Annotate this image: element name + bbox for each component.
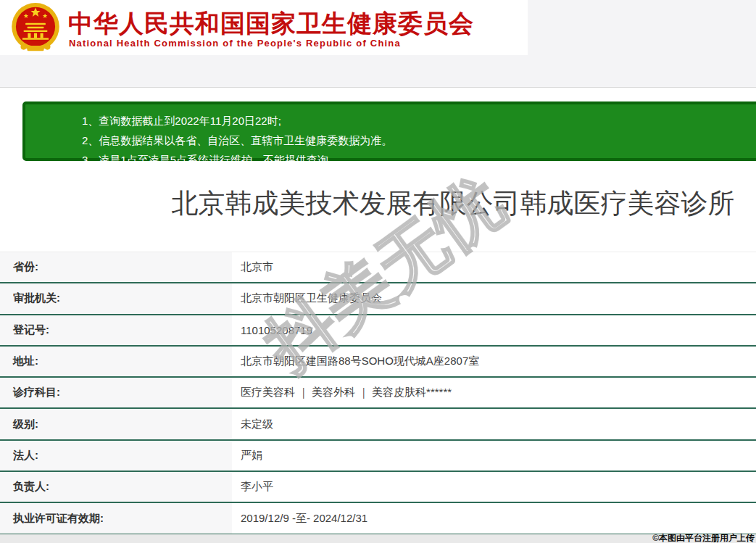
- site-title-chinese: 中华人民共和国国家卫生健康委员会: [68, 7, 474, 41]
- site-header: 中华人民共和国国家卫生健康委员会 National Health Commiss…: [0, 0, 528, 55]
- field-value: 北京市朝阳区建国路88号SOHO现代城A座2807室: [232, 347, 756, 376]
- table-row-person-in-charge: 负责人: 李小平: [0, 472, 756, 503]
- bottom-strip: ©本图由平台注册用户上传: [0, 534, 756, 543]
- national-emblem-icon: [6, 0, 65, 59]
- page: 中华人民共和国国家卫生健康委员会 National Health Commiss…: [0, 0, 756, 543]
- field-label: 执业许可证有效期:: [0, 503, 232, 533]
- table-row-approval-authority: 审批机关: 北京市朝阳区卫生健康委员会: [0, 283, 756, 315]
- field-label: 负责人:: [0, 472, 232, 502]
- field-label: 法人:: [0, 441, 232, 471]
- field-value: 严娟: [232, 441, 756, 471]
- table-row-registration-number: 登记号: 110105208719: [0, 315, 756, 347]
- field-value: 李小平: [232, 472, 756, 502]
- field-label: 级别:: [0, 409, 232, 439]
- notice-line-3: 3、凌晨1点至凌晨5点系统进行维护，不能提供查询。: [82, 150, 756, 170]
- query-notice-box: 1、查询数据截止到2022年11月20日22时; 2、信息数据结果以各省、自治区…: [22, 101, 756, 161]
- table-row-level: 级别: 未定级: [0, 409, 756, 440]
- field-label: 诊疗科目:: [0, 378, 232, 407]
- field-label: 地址:: [0, 347, 232, 376]
- site-title-english: National Health Commission of the People…: [69, 38, 401, 49]
- field-value: 110105208719: [232, 315, 756, 345]
- institution-name-title: 北京韩成美技术发展有限公司韩成医疗美容诊所: [0, 186, 756, 222]
- copyright-note: ©本图由平台注册用户上传: [652, 534, 755, 543]
- field-label: 登记号:: [0, 315, 232, 345]
- field-value: 2019/12/9 -至- 2024/12/31: [232, 503, 756, 533]
- field-value: 未定级: [232, 409, 756, 439]
- table-row-medical-subjects: 诊疗科目: 医疗美容科 ｜ 美容外科 ｜ 美容皮肤科******: [0, 378, 756, 409]
- table-row-province: 省份: 北京市: [0, 252, 756, 283]
- field-value: 北京市朝阳区卫生健康委员会: [232, 283, 756, 313]
- table-row-legal-person: 法人: 严娟: [0, 441, 756, 472]
- field-label: 审批机关:: [0, 283, 232, 313]
- table-row-license-validity: 执业许可证有效期: 2019/12/9 -至- 2024/12/31: [0, 503, 756, 534]
- table-row-address: 地址: 北京市朝阳区建国路88号SOHO现代城A座2807室: [0, 347, 756, 378]
- notice-line-1: 1、查询数据截止到2022年11月20日22时;: [82, 111, 756, 130]
- field-value: 北京市: [232, 252, 756, 282]
- field-label: 省份:: [0, 252, 232, 282]
- field-value: 医疗美容科 ｜ 美容外科 ｜ 美容皮肤科******: [232, 378, 756, 407]
- institution-info-table: 省份: 北京市 审批机关: 北京市朝阳区卫生健康委员会 登记号: 1101052…: [0, 252, 756, 535]
- notice-line-2: 2、信息数据结果以各省、自治区、直辖市卫生健康委数据为准。: [82, 130, 756, 150]
